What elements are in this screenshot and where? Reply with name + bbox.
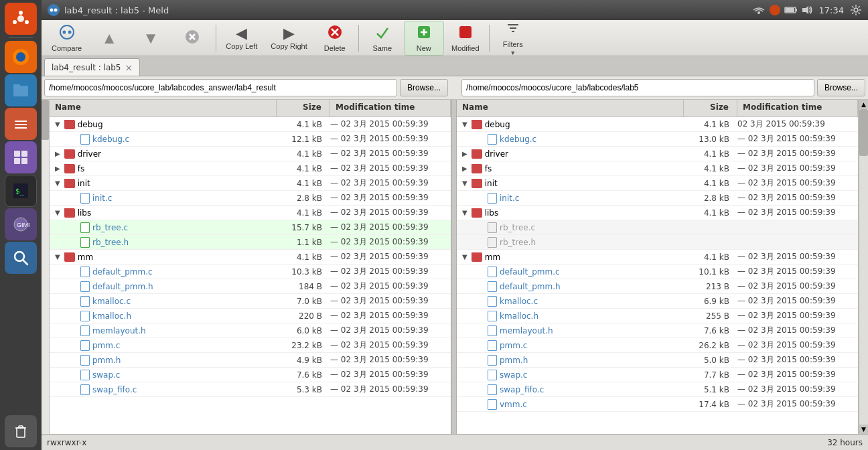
file-row[interactable]: pmm.c23.2 kB— 02 3月 2015 00:59:39 [50, 338, 451, 353]
expand-arrow[interactable]: ▼ [462, 209, 467, 216]
expand-arrow[interactable]: ▼ [462, 121, 467, 128]
file-row[interactable]: pmm.c26.2 kB— 02 3月 2015 00:59:39 [457, 338, 858, 353]
prev-change-button[interactable]: ▲ [89, 27, 129, 50]
expand-arrow[interactable]: ▼ [462, 179, 467, 187]
left-col-name[interactable]: Name [50, 100, 277, 117]
file-row[interactable]: ▼debug4.1 kB— 02 3月 2015 00:59:39 [50, 117, 451, 132]
left-col-size[interactable]: Size [277, 100, 330, 117]
file-mtime-cell: — 02 3月 2015 00:59:39 [737, 133, 858, 145]
file-row[interactable]: swap.c7.7 kB— 02 3月 2015 00:59:39 [457, 368, 858, 382]
expand-arrow[interactable]: ▶ [55, 165, 60, 172]
scrollbar-thumb[interactable] [859, 109, 868, 156]
terminal-icon[interactable]: $_ [5, 175, 37, 207]
expand-arrow[interactable]: ▼ [55, 209, 60, 216]
active-tab[interactable]: lab4_result : lab5 × [44, 58, 140, 76]
tools-icon[interactable] [5, 108, 37, 140]
tab-close-button[interactable]: × [125, 63, 133, 72]
search-icon[interactable] [5, 242, 37, 274]
file-row[interactable]: memlayout.h7.6 kB— 02 3月 2015 00:59:39 [457, 323, 858, 338]
expand-arrow[interactable]: ▼ [55, 253, 60, 260]
file-icon [488, 134, 497, 145]
expand-arrow[interactable]: ▼ [462, 253, 467, 260]
file-name-cell: kmalloc.c [50, 296, 277, 307]
files-icon[interactable] [5, 74, 37, 106]
file-row[interactable]: pmm.h5.0 kB— 02 3月 2015 00:59:39 [457, 353, 858, 368]
settings-icon[interactable] [849, 4, 863, 16]
gimp-icon[interactable]: GIMP [5, 208, 37, 240]
file-name-cell: ▼libs [50, 208, 277, 218]
file-row[interactable]: default_pmm.h184 B— 02 3月 2015 00:59:39 [50, 279, 451, 294]
right-col-mtime[interactable]: Modification time [737, 100, 858, 117]
file-row[interactable]: vmm.c17.4 kB— 02 3月 2015 00:59:39 [457, 397, 858, 412]
expand-arrow[interactable]: ▶ [462, 150, 467, 157]
file-row[interactable]: default_pmm.h213 B— 02 3月 2015 00:59:39 [457, 279, 858, 294]
file-row[interactable]: ▶fs4.1 kB— 02 3月 2015 00:59:39 [50, 161, 451, 176]
right-scrollbar[interactable]: ▲ ▼ [859, 100, 868, 434]
stop-button[interactable] [172, 25, 212, 51]
left-col-mtime[interactable]: Modification time [330, 100, 451, 117]
file-row[interactable]: ▼debug4.1 kB02 3月 2015 00:59:39 [457, 117, 858, 132]
svg-point-1 [17, 15, 24, 22]
file-row[interactable]: swap_fifo.c5.3 kB— 02 3月 2015 00:59:39 [50, 382, 451, 397]
file-row[interactable]: kmalloc.h220 B— 02 3月 2015 00:59:39 [50, 309, 451, 323]
right-path-input[interactable] [461, 79, 814, 96]
file-row[interactable]: kdebug.c13.0 kB— 02 3月 2015 00:59:39 [457, 132, 858, 147]
same-button[interactable]: Same [362, 21, 403, 56]
file-row[interactable]: kdebug.c12.1 kB— 02 3月 2015 00:59:39 [50, 132, 451, 147]
left-path-input[interactable] [44, 79, 397, 96]
compare-icon [59, 24, 75, 43]
file-name-text: swap_fifo.c [500, 385, 544, 394]
left-browse-button[interactable]: Browse... [400, 79, 448, 96]
file-row[interactable]: swap_fifo.c5.1 kB— 02 3月 2015 00:59:39 [457, 382, 858, 397]
trash-icon[interactable] [5, 415, 37, 447]
right-browse-button[interactable]: Browse... [817, 79, 865, 96]
same-label: Same [372, 44, 392, 52]
file-row[interactable]: init.c2.8 kB— 02 3月 2015 00:59:39 [457, 191, 858, 206]
file-row[interactable]: memlayout.h6.0 kB— 02 3月 2015 00:59:39 [50, 323, 451, 338]
scroll-down-button[interactable]: ▼ [859, 425, 868, 434]
file-row[interactable]: ▼libs4.1 kB— 02 3月 2015 00:59:39 [457, 206, 858, 220]
file-row[interactable]: pmm.h4.9 kB— 02 3月 2015 00:59:39 [50, 353, 451, 368]
file-name-text: kdebug.c [500, 135, 536, 144]
copy-left-button[interactable]: ◀ Copy Left [220, 23, 263, 54]
right-col-size[interactable]: Size [684, 100, 737, 117]
purple-icon[interactable] [5, 141, 37, 173]
file-icon [80, 355, 90, 366]
file-row[interactable]: ▶driver4.1 kB— 02 3月 2015 00:59:39 [457, 147, 858, 161]
file-row[interactable]: ▼init4.1 kB— 02 3月 2015 00:59:39 [457, 176, 858, 191]
ubuntu-icon[interactable] [5, 3, 37, 35]
file-row[interactable]: ▶driver4.1 kB— 02 3月 2015 00:59:39 [50, 147, 451, 161]
file-row[interactable]: ▼mm4.1 kB— 02 3月 2015 00:59:39 [457, 250, 858, 265]
modified-button[interactable]: Modified [445, 21, 486, 56]
file-row[interactable]: swap.c7.6 kB— 02 3月 2015 00:59:39 [50, 368, 451, 382]
expand-arrow[interactable]: ▶ [55, 150, 60, 157]
file-row[interactable]: ▼init4.1 kB— 02 3月 2015 00:59:39 [50, 176, 451, 191]
right-col-name[interactable]: Name [457, 100, 684, 117]
new-button[interactable]: New [404, 21, 444, 56]
filters-button[interactable]: Filters ▼ [493, 17, 533, 60]
copy-right-button[interactable]: ▶ Copy Right [265, 23, 313, 54]
firefox-icon[interactable] [5, 41, 37, 73]
file-row[interactable]: kmalloc.h255 B— 02 3月 2015 00:59:39 [457, 309, 858, 323]
file-row[interactable]: rb_tree.c15.7 kB— 02 3月 2015 00:59:39 [50, 220, 451, 235]
expand-arrow[interactable]: ▼ [55, 179, 60, 187]
file-row[interactable]: ▶fs4.1 kB— 02 3月 2015 00:59:39 [457, 161, 858, 176]
scroll-up-button[interactable]: ▲ [859, 100, 868, 109]
file-row[interactable]: ▼mm4.1 kB— 02 3月 2015 00:59:39 [50, 250, 451, 265]
svg-text:$_: $_ [15, 187, 25, 196]
file-row[interactable]: rb_tree.c [457, 220, 858, 235]
file-row[interactable]: default_pmm.c10.3 kB— 02 3月 2015 00:59:3… [50, 265, 451, 279]
file-row[interactable]: kmalloc.c7.0 kB— 02 3月 2015 00:59:39 [50, 294, 451, 309]
next-change-button[interactable]: ▼ [131, 27, 171, 50]
expand-arrow[interactable]: ▶ [462, 165, 467, 172]
file-row[interactable]: rb_tree.h [457, 235, 858, 250]
file-row[interactable]: kmalloc.c6.9 kB— 02 3月 2015 00:59:39 [457, 294, 858, 309]
delete-button[interactable]: Delete [315, 21, 355, 56]
file-row[interactable]: default_pmm.c10.1 kB— 02 3月 2015 00:59:3… [457, 265, 858, 279]
file-mtime-cell: — 02 3月 2015 00:59:39 [737, 340, 858, 351]
file-row[interactable]: rb_tree.h1.1 kB— 02 3月 2015 00:59:39 [50, 235, 451, 250]
compare-button[interactable]: Compare [46, 21, 88, 56]
expand-arrow[interactable]: ▼ [55, 121, 60, 128]
file-row[interactable]: init.c2.8 kB— 02 3月 2015 00:59:39 [50, 191, 451, 206]
file-row[interactable]: ▼libs4.1 kB— 02 3月 2015 00:59:39 [50, 206, 451, 220]
